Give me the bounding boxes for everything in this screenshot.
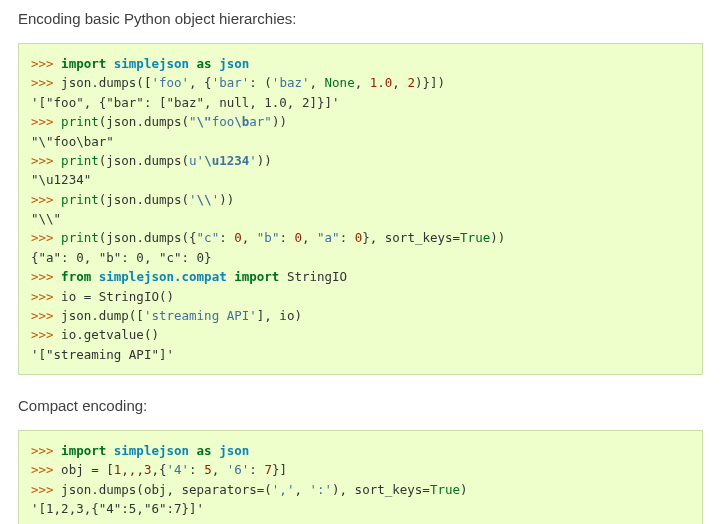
space	[106, 56, 114, 71]
builtin-print: print	[61, 153, 99, 168]
output: '[1,2,3,{"4":5,"6":7}]'	[31, 501, 204, 516]
code: ))	[272, 114, 287, 129]
kw-from: from	[61, 269, 91, 284]
code: json.dump([	[61, 308, 144, 323]
code: ,{	[151, 462, 166, 477]
output: "\\"	[31, 211, 61, 226]
builtin-none: None	[325, 75, 355, 90]
code-block-2: >>> import simplejson as json >>> obj = …	[18, 430, 703, 524]
section-heading-2: Compact encoding:	[18, 397, 703, 414]
string-escape: \"	[197, 114, 212, 129]
code: json.dumps(obj, separators=(	[61, 482, 272, 497]
prompt: >>>	[31, 289, 61, 304]
prompt: >>>	[31, 56, 61, 71]
alias-name: json	[219, 443, 249, 458]
string: '	[249, 153, 257, 168]
builtin-true: True	[430, 482, 460, 497]
string-escape: \b	[234, 114, 249, 129]
prompt: >>>	[31, 308, 61, 323]
string: u'	[189, 153, 204, 168]
code: )	[460, 482, 468, 497]
string: foo	[212, 114, 235, 129]
code: (json.dumps(	[99, 114, 189, 129]
alias-name: json	[219, 56, 249, 71]
code: (json.dumps(	[99, 153, 189, 168]
string: 'foo'	[151, 75, 189, 90]
output: "\"foo\bar"	[31, 134, 114, 149]
kw-import: import	[234, 269, 279, 284]
space	[279, 269, 287, 284]
code: ), sort_keys=	[332, 482, 430, 497]
output: {"a": 0, "b": 0, "c": 0}	[31, 250, 212, 265]
string: "b"	[257, 230, 280, 245]
prompt: >>>	[31, 192, 61, 207]
string: "a"	[317, 230, 340, 245]
module-name: simplejson	[114, 443, 189, 458]
code: }, sort_keys=	[362, 230, 460, 245]
code: io.getvalue()	[61, 327, 159, 342]
string: '6'	[227, 462, 250, 477]
code: (json.dumps(	[99, 192, 189, 207]
space	[189, 443, 197, 458]
builtin-print: print	[61, 114, 99, 129]
string: ar	[249, 114, 264, 129]
output: '["foo", {"bar": ["baz", null, 1.0, 2]}]…	[31, 95, 340, 110]
space	[91, 269, 99, 284]
string: 'baz'	[272, 75, 310, 90]
code: ,	[310, 75, 325, 90]
code: ], io)	[257, 308, 302, 323]
number: 1.0	[370, 75, 393, 90]
code: (json.dumps({	[99, 230, 197, 245]
string: '4'	[167, 462, 190, 477]
code: ,	[355, 75, 370, 90]
code: :	[340, 230, 355, 245]
code: ,	[121, 462, 129, 477]
code: ))	[490, 230, 505, 245]
code: )}])	[415, 75, 445, 90]
number: 2	[407, 75, 415, 90]
section-heading-1: Encoding basic Python object hierarchies…	[18, 10, 703, 27]
kw-as: as	[197, 443, 212, 458]
code-block-1: >>> import simplejson as json >>> json.d…	[18, 43, 703, 375]
code: :	[219, 230, 234, 245]
builtin-true: True	[460, 230, 490, 245]
space	[106, 443, 114, 458]
string: "	[264, 114, 272, 129]
prompt: >>>	[31, 327, 61, 342]
code: }]	[272, 462, 287, 477]
number: 5	[204, 462, 212, 477]
module-name: simplejson	[114, 56, 189, 71]
kw-import: import	[61, 56, 106, 71]
prompt: >>>	[31, 462, 61, 477]
code: obj = [	[61, 462, 114, 477]
string: ','	[272, 482, 295, 497]
output: "\u1234"	[31, 172, 91, 187]
code: ,	[136, 462, 144, 477]
kw-import: import	[61, 443, 106, 458]
code: :	[249, 462, 264, 477]
output: '["streaming API"]'	[31, 347, 174, 362]
string: "c"	[197, 230, 220, 245]
code: ,	[392, 75, 407, 90]
number: 7	[264, 462, 272, 477]
code: ,	[302, 230, 317, 245]
prompt: >>>	[31, 230, 61, 245]
code: : (	[249, 75, 272, 90]
code: ,	[242, 230, 257, 245]
code: ))	[257, 153, 272, 168]
code: json.dumps([	[61, 75, 151, 90]
kw-as: as	[197, 56, 212, 71]
string: 'bar'	[212, 75, 250, 90]
string: "	[189, 114, 197, 129]
number: 0	[294, 230, 302, 245]
string: '	[189, 192, 197, 207]
number: 0	[234, 230, 242, 245]
prompt: >>>	[31, 114, 61, 129]
name: StringIO	[287, 269, 347, 284]
code: ,	[294, 482, 309, 497]
space	[189, 56, 197, 71]
string-escape: \u1234	[204, 153, 249, 168]
prompt: >>>	[31, 75, 61, 90]
code: ,	[212, 462, 227, 477]
code: :	[279, 230, 294, 245]
